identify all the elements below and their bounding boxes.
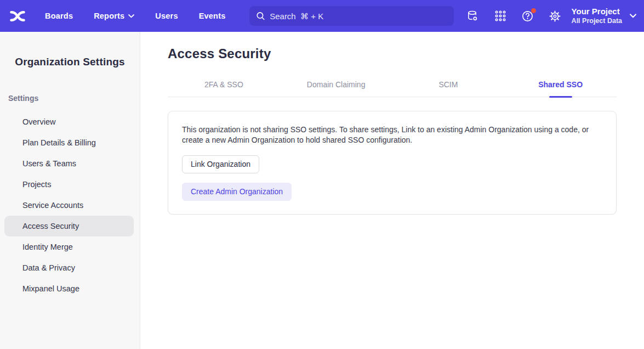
tab-2fa-sso-label: 2FA & SSO — [204, 80, 243, 97]
search-icon — [256, 11, 265, 21]
navbar-icon-group — [466, 9, 562, 22]
shared-sso-card: This organization is not sharing SSO set… — [168, 111, 617, 215]
tab-scim-label: SCIM — [438, 80, 458, 97]
apps-grid-icon[interactable] — [494, 9, 507, 22]
notification-dot — [531, 8, 536, 13]
top-navbar: Boards Reports Users Events — [0, 0, 644, 32]
tab-shared-sso[interactable]: Shared SSO — [504, 80, 617, 97]
page-title: Access Security — [168, 46, 617, 61]
nav-item-events[interactable]: Events — [199, 12, 226, 20]
tab-scim[interactable]: SCIM — [392, 80, 505, 97]
search-bar[interactable] — [249, 6, 454, 26]
nav-item-reports-label: Reports — [94, 12, 124, 20]
tab-shared-sso-label: Shared SSO — [538, 80, 583, 97]
nav-item-users[interactable]: Users — [155, 12, 178, 20]
sidebar-item-access-security[interactable]: Access Security — [4, 216, 134, 237]
sidebar-item-service-accounts[interactable]: Service Accounts — [4, 195, 134, 216]
search-area — [225, 6, 466, 26]
primary-nav: Boards Reports Users Events — [45, 12, 225, 20]
sidebar-item-plan-details-billing[interactable]: Plan Details & Billing — [4, 132, 134, 153]
sidebar: Organization Settings Settings Overview … — [0, 32, 140, 349]
tab-2fa-sso[interactable]: 2FA & SSO — [168, 80, 280, 97]
search-input[interactable] — [270, 12, 447, 21]
project-switcher[interactable]: Your Project All Project Data — [572, 7, 636, 25]
mixpanel-logo-icon[interactable] — [9, 9, 26, 23]
nav-item-reports[interactable]: Reports — [94, 12, 134, 20]
project-name: Your Project — [572, 7, 622, 17]
page-body: Organization Settings Settings Overview … — [0, 32, 644, 349]
sidebar-item-mixpanel-usage[interactable]: Mixpanel Usage — [4, 278, 134, 299]
card-actions: Link Organization Create Admin Organizat… — [182, 145, 602, 201]
nav-item-boards[interactable]: Boards — [45, 12, 73, 20]
data-management-icon[interactable] — [466, 9, 480, 22]
chevron-down-icon — [630, 14, 636, 18]
sidebar-title: Organization Settings — [0, 56, 140, 68]
chevron-down-icon — [128, 14, 134, 18]
tab-domain-claiming-label: Domain Claiming — [307, 80, 366, 97]
settings-gear-icon[interactable] — [549, 9, 562, 22]
link-organization-button[interactable]: Link Organization — [182, 155, 259, 173]
project-switcher-text: Your Project All Project Data — [572, 7, 622, 25]
project-data-scope: All Project Data — [572, 17, 622, 26]
sidebar-item-data-privacy[interactable]: Data & Privacy — [4, 257, 134, 278]
help-icon[interactable] — [521, 9, 534, 22]
sidebar-item-identity-merge[interactable]: Identity Merge — [4, 237, 134, 257]
sidebar-item-projects[interactable]: Projects — [4, 174, 134, 195]
sidebar-item-users-teams[interactable]: Users & Teams — [4, 153, 134, 174]
tab-bar: 2FA & SSO Domain Claiming SCIM Shared SS… — [168, 80, 617, 97]
main-panel: Access Security 2FA & SSO Domain Claimin… — [140, 32, 644, 349]
tab-domain-claiming[interactable]: Domain Claiming — [280, 80, 392, 97]
sidebar-item-overview[interactable]: Overview — [4, 111, 134, 132]
sidebar-section-label: Settings — [8, 94, 140, 103]
create-admin-organization-button[interactable]: Create Admin Organization — [182, 183, 292, 201]
shared-sso-description: This organization is not sharing SSO set… — [182, 125, 599, 145]
